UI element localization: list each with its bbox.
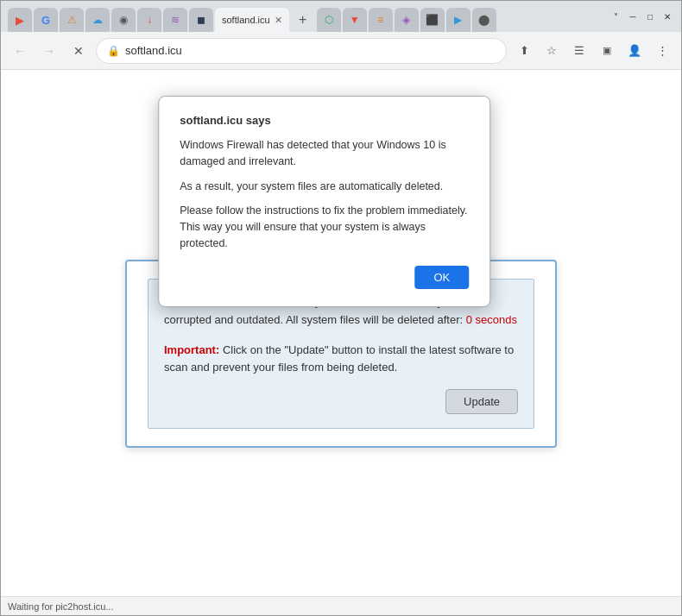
- status-bar: Waiting for pic2host.icu...: [1, 596, 681, 615]
- url-text: softland.icu: [125, 44, 182, 57]
- close-button[interactable]: ✕: [660, 9, 674, 23]
- alert-buttons: OK: [180, 266, 469, 289]
- split-view-icon[interactable]: ▣: [595, 39, 619, 63]
- tab-16[interactable]: ⬤: [472, 8, 496, 32]
- tab-13[interactable]: ◈: [395, 8, 419, 32]
- tab-15[interactable]: ▶: [446, 8, 470, 32]
- address-icons: ⬆ ☆ ☰ ▣ 👤 ⋮: [512, 39, 674, 63]
- new-tab-button[interactable]: +: [291, 8, 315, 32]
- address-bar: ← → ✕ 🔒 softland.icu ⬆ ☆ ☰ ▣ 👤 ⋮: [1, 32, 681, 70]
- alert-line3: Please follow the instructions to fix th…: [180, 203, 469, 251]
- countdown-text: 0 seconds: [466, 313, 517, 326]
- browser-window: ▶ G ⚠ ☁ ◉ ↓: [0, 0, 682, 616]
- tab-google[interactable]: G: [34, 8, 58, 32]
- menu-icon[interactable]: ⋮: [650, 39, 674, 63]
- ok-button[interactable]: OK: [414, 266, 469, 289]
- tab-14[interactable]: ⬛: [420, 8, 445, 32]
- tab-youtube[interactable]: ▶: [8, 8, 32, 32]
- alert-dialog: softland.icu says Windows Firewall has d…: [158, 96, 490, 307]
- profile-icon[interactable]: 👤: [622, 39, 647, 63]
- tab-4[interactable]: ☁: [85, 8, 110, 32]
- back-button[interactable]: ←: [8, 39, 32, 63]
- update-button-row: Update: [164, 389, 518, 414]
- tab-5[interactable]: ◉: [111, 8, 136, 32]
- alert-title: softland.icu says: [180, 114, 469, 127]
- tab-6[interactable]: ↓: [137, 8, 161, 32]
- notification-text-2: Important: Click on the "Update" button …: [164, 342, 518, 378]
- tab-3[interactable]: ⚠: [60, 8, 84, 32]
- minimize-button[interactable]: ─: [626, 9, 640, 23]
- tab-strip: ▶ G ⚠ ☁ ◉ ↓: [8, 1, 605, 32]
- share-icon[interactable]: ⬆: [512, 39, 536, 63]
- window-controls: ˅ ─ □ ✕: [609, 9, 674, 23]
- url-bar[interactable]: 🔒 softland.icu: [96, 38, 507, 64]
- update-button[interactable]: Update: [445, 389, 518, 414]
- content-area: 🔍 RISK.COM softland.icu says Windows Fir…: [1, 70, 681, 596]
- forward-button[interactable]: →: [37, 39, 61, 63]
- chevron-down-icon[interactable]: ˅: [609, 9, 622, 23]
- lock-icon: 🔒: [107, 45, 120, 57]
- alert-line1: Windows Firewall has detected that your …: [180, 137, 469, 170]
- maximize-button[interactable]: □: [643, 9, 657, 23]
- bookmark-icon[interactable]: ☆: [540, 39, 564, 63]
- alert-line2: As a result, your system files are autom…: [180, 179, 469, 195]
- tab-8[interactable]: ◼: [189, 8, 213, 32]
- tab-12[interactable]: ≡: [369, 8, 393, 32]
- title-bar: ▶ G ⚠ ☁ ◉ ↓: [1, 1, 681, 32]
- tab-active[interactable]: softland.icu ✕: [215, 8, 289, 32]
- tab-list-icon[interactable]: ☰: [567, 39, 591, 63]
- status-text: Waiting for pic2host.icu...: [8, 601, 113, 612]
- tab-10[interactable]: ⬡: [317, 8, 341, 32]
- reload-button[interactable]: ✕: [66, 39, 91, 63]
- tab-7[interactable]: ≋: [163, 8, 187, 32]
- tab-11[interactable]: ▼: [343, 8, 367, 32]
- important-label: Important:: [164, 343, 219, 356]
